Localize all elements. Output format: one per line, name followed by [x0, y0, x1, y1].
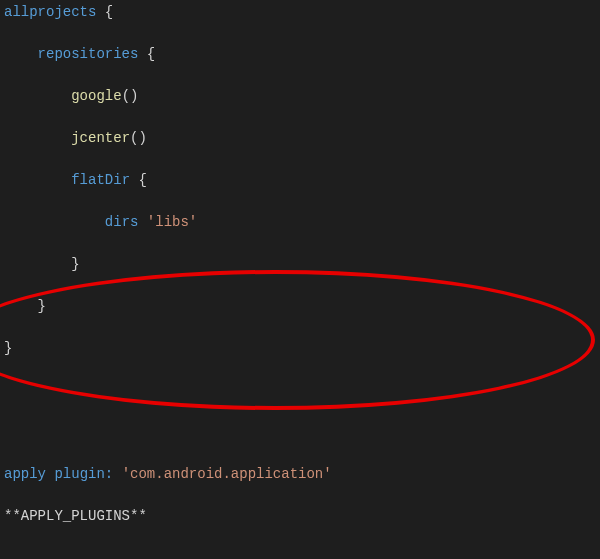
code-line: google() [0, 86, 600, 107]
blank-line [0, 422, 600, 443]
code-line: dirs 'libs' [0, 212, 600, 233]
code-line: } [0, 338, 600, 359]
code-line: } [0, 296, 600, 317]
code-block: allprojects { repositories { google() jc… [0, 0, 600, 559]
blank-line [0, 380, 600, 401]
code-line: } [0, 254, 600, 275]
code-line: flatDir { [0, 170, 600, 191]
code-line: jcenter() [0, 128, 600, 149]
code-line: apply plugin: 'com.android.application' [0, 464, 600, 485]
blank-line [0, 548, 600, 559]
code-line: repositories { [0, 44, 600, 65]
apply-plugins-marker: **APPLY_PLUGINS** [0, 506, 600, 527]
code-line: allprojects { [0, 2, 600, 23]
